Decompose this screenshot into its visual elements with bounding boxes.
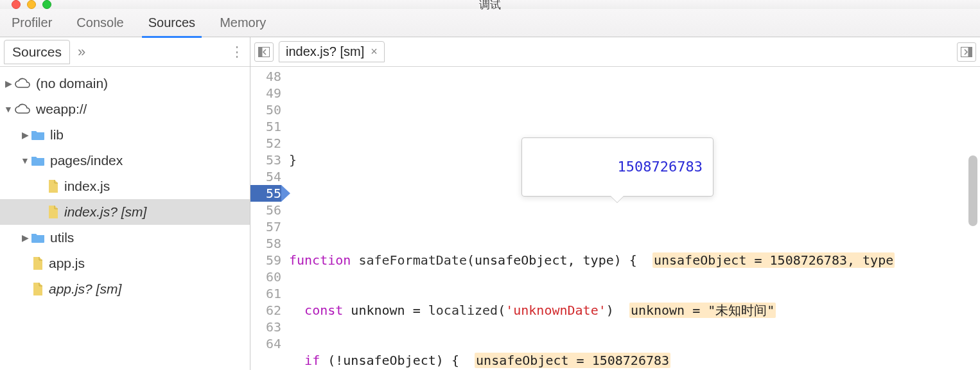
folder-icon (31, 232, 45, 243)
toggle-navigator-button[interactable] (254, 42, 274, 62)
chevron-right-icon: ▶ (19, 130, 31, 140)
file-icon (32, 282, 44, 296)
tree-node-no-domain[interactable]: ▶ (no domain) (0, 71, 250, 96)
tab-sources[interactable]: Sources (142, 9, 202, 37)
main-split: Sources » ⋮ ▶ (no domain) ▼ weapp:// (0, 37, 980, 370)
svg-rect-1 (259, 47, 263, 57)
tree-label: app.js? [sm] (49, 281, 121, 297)
file-tree: ▶ (no domain) ▼ weapp:// ▶ lib (0, 67, 250, 370)
tree-label: utils (50, 230, 74, 245)
line-number[interactable]: 60 (250, 269, 281, 285)
code-text: safeFormatDate (358, 252, 467, 268)
tab-memory[interactable]: Memory (213, 9, 272, 37)
tree-node-weapp[interactable]: ▼ weapp:// (0, 96, 250, 122)
editor-tab-label: index.js? [sm] (286, 44, 364, 59)
minimize-window-button[interactable] (27, 0, 36, 9)
tree-node-utils[interactable]: ▶ utils (0, 225, 250, 251)
chevron-right-icon: ▶ (19, 233, 31, 243)
code-view[interactable]: 1508726783 } function safeFormatDate(uns… (285, 67, 980, 370)
line-number[interactable]: 51 (250, 118, 281, 135)
line-number[interactable]: 59 (250, 252, 281, 269)
code-text: (unsafeObject, type) (467, 252, 622, 268)
tree-label: app.js (49, 256, 85, 271)
line-number[interactable]: 57 (250, 218, 281, 235)
line-number-current[interactable]: 55 (250, 185, 281, 202)
debug-hint: unsafeObject = 1508726783, type (652, 252, 895, 268)
file-icon (48, 205, 59, 219)
close-tab-icon[interactable]: × (371, 45, 378, 58)
editor-file-tab[interactable]: index.js? [sm] × (279, 41, 385, 62)
file-icon (32, 256, 44, 270)
devtools-tabbar: Profiler Console Sources Memory (0, 9, 980, 37)
sidebar-overflow-button[interactable]: » (74, 44, 89, 60)
tree-label: lib (50, 127, 64, 143)
toggle-debugger-button[interactable] (957, 42, 976, 62)
line-number[interactable]: 58 (250, 235, 281, 252)
tree-node-index-js[interactable]: index.js (0, 173, 250, 199)
value-inspector-tooltip: 1508726783 (521, 137, 713, 197)
line-number[interactable]: 61 (250, 285, 281, 302)
line-number-gutter: 48 49 50 51 52 53 54 55 56 57 58 59 60 6… (250, 67, 285, 370)
tree-node-app-js-sm[interactable]: app.js? [sm] (0, 276, 250, 302)
sources-sidebar: Sources » ⋮ ▶ (no domain) ▼ weapp:// (0, 37, 250, 370)
code-text: unknown (351, 303, 405, 318)
line-number[interactable]: 56 (250, 202, 281, 218)
line-number[interactable]: 50 (250, 101, 281, 118)
file-icon (48, 179, 59, 193)
svg-rect-3 (968, 47, 972, 57)
sidebar-toolbar: Sources » ⋮ (0, 37, 250, 67)
code-text: 'unknownDate' (505, 303, 606, 318)
code-text: localized (428, 303, 498, 318)
editor-body: 48 49 50 51 52 53 54 55 56 57 58 59 60 6… (250, 67, 980, 370)
folder-icon (31, 155, 45, 166)
chevron-right-icon: ▶ (3, 78, 14, 89)
tab-console[interactable]: Console (70, 9, 130, 37)
line-number[interactable]: 62 (250, 302, 281, 319)
chevron-down-icon: ▼ (3, 104, 14, 114)
line-number[interactable]: 63 (250, 319, 281, 335)
tree-label: index.js (64, 179, 110, 194)
tree-node-pages-index[interactable]: ▼ pages/index (0, 148, 250, 173)
line-number[interactable]: 52 (250, 135, 281, 152)
line-number[interactable]: 49 (250, 85, 281, 101)
folder-icon (31, 129, 45, 141)
tree-label: index.js? [sm] (64, 204, 146, 220)
titlebar: 调试 (0, 0, 980, 9)
tooltip-value: 1508726783 (617, 159, 702, 175)
debug-hint: unknown = "未知时间" (629, 303, 776, 318)
tree-node-index-js-sm[interactable]: index.js? [sm] (0, 199, 250, 225)
tree-node-app-js[interactable]: app.js (0, 251, 250, 276)
chevron-down-icon: ▼ (19, 155, 31, 166)
editor-area: index.js? [sm] × 48 49 50 51 52 53 54 55… (250, 37, 980, 370)
close-window-button[interactable] (12, 0, 21, 9)
code-text: !unsafeObject (335, 353, 436, 368)
tree-label: (no domain) (36, 76, 108, 91)
more-options-icon[interactable]: ⋮ (229, 44, 246, 60)
line-number[interactable]: 54 (250, 168, 281, 185)
tree-node-lib[interactable]: ▶ lib (0, 122, 250, 148)
sidebar-panel-tab[interactable]: Sources (4, 40, 70, 64)
line-number[interactable]: 64 (250, 335, 281, 352)
cloud-icon (14, 103, 31, 115)
window-title: 调试 (479, 0, 501, 12)
tree-label: weapp:// (36, 101, 87, 117)
tree-label: pages/index (50, 153, 123, 168)
debug-hint: unsafeObject = 1508726783 (475, 353, 670, 368)
line-number[interactable]: 53 (250, 152, 281, 168)
zoom-window-button[interactable] (42, 0, 51, 9)
cloud-icon (14, 78, 31, 89)
line-number[interactable]: 48 (250, 68, 281, 85)
traffic-lights (12, 0, 51, 9)
tab-profiler[interactable]: Profiler (5, 9, 58, 37)
editor-toolbar: index.js? [sm] × (250, 37, 980, 67)
code-text: } (289, 152, 297, 168)
